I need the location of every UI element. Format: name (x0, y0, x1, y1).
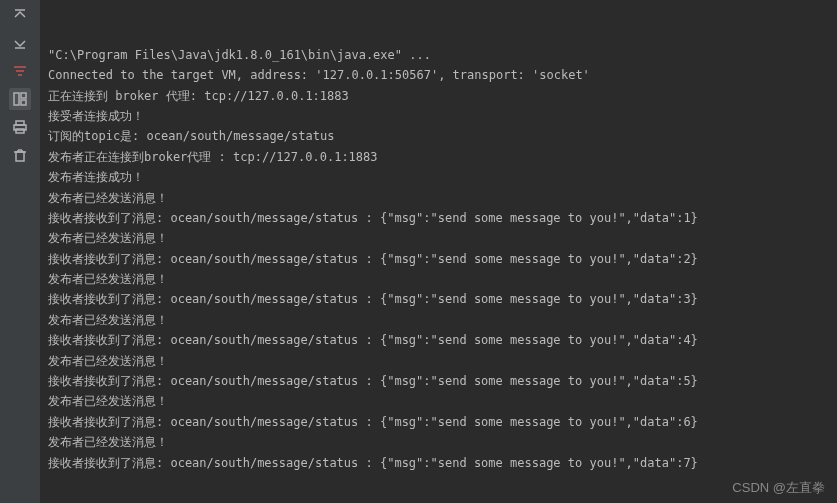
layout-icon[interactable] (9, 88, 31, 110)
console-line: 发布者已经发送消息！ (48, 432, 829, 452)
svg-rect-10 (16, 129, 24, 133)
console-line: 发布者已经发送消息！ (48, 188, 829, 208)
console-line: 接收者接收到了消息: ocean/south/message/status : … (48, 249, 829, 269)
console-line: 接收者接收到了消息: ocean/south/message/status : … (48, 208, 829, 228)
svg-rect-6 (21, 93, 26, 98)
console-line: 发布者已经发送消息！ (48, 351, 829, 371)
print-icon[interactable] (9, 116, 31, 138)
console-line: 接收者接收到了消息: ocean/south/message/status : … (48, 412, 829, 432)
console-line: 接收者接收到了消息: ocean/south/message/status : … (48, 289, 829, 309)
expand-down-icon[interactable] (9, 32, 31, 54)
svg-rect-11 (16, 152, 24, 161)
svg-rect-7 (21, 100, 26, 105)
console-line: 发布者正在连接到broker代理 : tcp://127.0.0.1:1883 (48, 147, 829, 167)
trash-icon[interactable] (9, 144, 31, 166)
console-line: 订阅的topic是: ocean/south/message/status (48, 126, 829, 146)
console-line: 接收者接收到了消息: ocean/south/message/status : … (48, 330, 829, 350)
console-line: 接收者接收到了消息: ocean/south/message/status : … (48, 371, 829, 391)
svg-rect-5 (14, 93, 19, 105)
watermark: CSDN @左直拳 (732, 479, 825, 497)
console-line: 接收者接收到了消息: ocean/south/message/status : … (48, 453, 829, 473)
filter-icon[interactable] (9, 60, 31, 82)
console-line: Connected to the target VM, address: '12… (48, 65, 829, 85)
console-line: 接受者连接成功！ (48, 106, 829, 126)
console-line: 发布者已经发送消息！ (48, 391, 829, 411)
console-output[interactable]: "C:\Program Files\Java\jdk1.8.0_161\bin\… (40, 0, 837, 503)
console-line: 正在连接到 broker 代理: tcp://127.0.0.1:1883 (48, 86, 829, 106)
console-line: 发布者连接成功！ (48, 167, 829, 187)
console-sidebar (0, 0, 40, 503)
expand-up-icon[interactable] (9, 4, 31, 26)
console-line: 发布者已经发送消息！ (48, 228, 829, 248)
console-line: 发布者已经发送消息！ (48, 269, 829, 289)
console-line: "C:\Program Files\Java\jdk1.8.0_161\bin\… (48, 45, 829, 65)
console-line: 发布者已经发送消息！ (48, 310, 829, 330)
